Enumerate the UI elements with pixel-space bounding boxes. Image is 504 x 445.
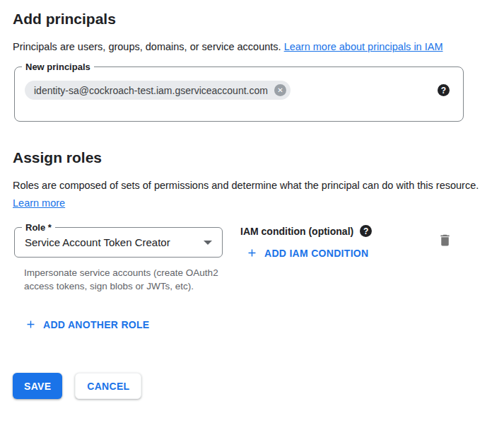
iam-condition-column: IAM condition (optional) ? ADD IAM CONDI…: [240, 227, 372, 262]
principal-chip-text: identity-sa@cockroach-test.iam.gservicea…: [34, 85, 268, 96]
chevron-down-icon: [204, 241, 212, 245]
add-iam-condition-label: ADD IAM CONDITION: [264, 248, 368, 259]
iam-condition-help-icon[interactable]: ?: [360, 225, 372, 237]
iam-condition-label-row: IAM condition (optional) ?: [240, 225, 372, 237]
role-column: Role * Service Account Token Creator Imp…: [14, 227, 223, 293]
save-button[interactable]: SAVE: [13, 373, 62, 399]
delete-role-button[interactable]: [438, 233, 452, 248]
cancel-button[interactable]: CANCEL: [75, 373, 141, 399]
assign-roles-description-text: Roles are composed of sets of permission…: [13, 180, 479, 191]
role-label: Role *: [22, 221, 55, 233]
chip-remove-icon[interactable]: ✕: [274, 84, 286, 96]
iam-condition-label: IAM condition (optional): [240, 226, 353, 237]
role-value: Service Account Token Creator: [25, 236, 204, 248]
add-another-role-button[interactable]: ADD ANOTHER ROLE: [25, 318, 150, 330]
new-principals-field[interactable]: New principals identity-sa@cockroach-tes…: [14, 67, 464, 122]
new-principals-help-icon[interactable]: ?: [438, 84, 450, 96]
footer-actions: SAVE CANCEL: [13, 373, 491, 399]
add-another-role-label: ADD ANOTHER ROLE: [43, 319, 150, 330]
page-description: Principals are users, groups, domains, o…: [13, 38, 482, 56]
assign-roles-title: Assign roles: [13, 149, 491, 166]
delete-role-column: [438, 233, 452, 250]
assign-roles-description: Roles are composed of sets of permission…: [13, 177, 482, 212]
role-helper-text: Impersonate service accounts (create OAu…: [24, 267, 221, 293]
principal-chip: identity-sa@cockroach-test.iam.gservicea…: [25, 81, 291, 100]
plus-icon: [246, 247, 258, 259]
role-select[interactable]: Role * Service Account Token Creator: [14, 227, 223, 258]
page-title: Add principals: [13, 10, 491, 28]
add-iam-condition-button[interactable]: ADD IAM CONDITION: [246, 247, 368, 259]
add-principals-panel: Add principals Principals are users, gro…: [0, 0, 504, 445]
plus-icon: [25, 318, 37, 330]
learn-more-principals-link[interactable]: Learn more about principals in IAM: [284, 41, 443, 52]
role-row: Role * Service Account Token Creator Imp…: [14, 227, 491, 293]
page-description-text: Principals are users, groups, domains, o…: [13, 41, 284, 52]
new-principals-label: New principals: [22, 61, 94, 73]
trash-icon: [438, 233, 452, 248]
learn-more-roles-link[interactable]: Learn more: [13, 197, 65, 209]
